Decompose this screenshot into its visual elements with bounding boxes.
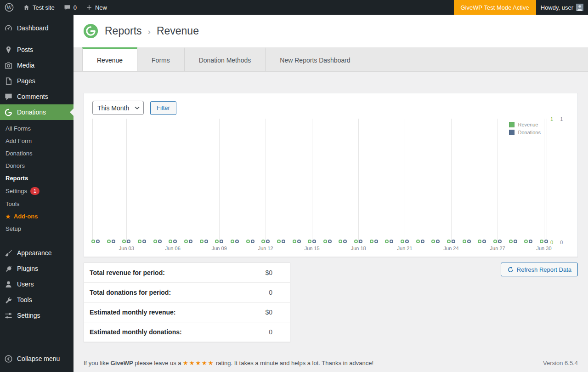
axis-min-labels: 0 0 [550,240,563,245]
wrench-icon [4,295,13,304]
donations-data-point [112,240,115,243]
sidebar-item-plugins[interactable]: Plugins [0,261,74,276]
chart-x-tick-label: Jun 24 [444,246,459,251]
sidebar-item-label: Tools [17,296,32,303]
sidebar-item-label: Dashboard [17,24,49,32]
revenue-axis-min: 0 [550,240,553,245]
revenue-data-point [370,240,373,243]
refresh-icon [507,266,514,273]
donations-data-point [405,240,409,243]
sliders-icon [4,311,13,320]
submenu-label: Donors [6,162,25,169]
tab-forms[interactable]: Forms [137,47,185,71]
revenue-data-point [323,240,327,243]
donations-data-point [173,240,177,243]
submenu-item-donations[interactable]: Donations [0,147,74,160]
menu-separator [0,239,74,245]
revenue-data-point [339,240,342,243]
star-icon: ★ [6,214,11,219]
submenu-item-all-forms[interactable]: All Forms [0,122,74,135]
table-row: Total revenue for period: $0 [84,263,290,283]
rating-stars-link[interactable]: ★★★★★ [183,360,214,366]
revenue-data-point [91,240,95,243]
sidebar-item-settings[interactable]: Settings [0,308,74,323]
submenu-item-reports[interactable]: Reports [0,172,74,184]
new-content-menu[interactable]: New [81,0,112,15]
donations-data-point [235,240,239,243]
revenue-data-point [107,240,111,243]
submenu-label: Settings [6,188,27,195]
legend-label: Donations [518,130,541,135]
chart-plot-area[interactable]: RevenueDonations [92,119,547,243]
givewp-test-mode-badge[interactable]: GiveWP Test Mode Active [454,0,536,15]
sidebar-item-posts[interactable]: Posts [0,42,74,57]
chart-gridline [312,119,312,243]
wordpress-admin-screen: W Test site 0 New [0,0,588,372]
period-select[interactable]: This Month [92,101,144,115]
tab-donation-methods[interactable]: Donation Methods [185,47,266,71]
sidebar-item-dashboard[interactable]: Dashboard [0,20,74,36]
submenu-item-settings[interactable]: Settings 1 [0,184,74,198]
chart-data-point-pair [524,240,532,243]
revenue-data-point [153,240,157,243]
main-content: Reports › Revenue Revenue Forms Donation… [74,15,588,372]
submenu-item-setup[interactable]: Setup [0,223,74,235]
submenu-item-tools[interactable]: Tools [0,198,74,210]
collapse-menu-button[interactable]: Collapse menu [0,351,74,366]
legend-item-revenue[interactable]: Revenue [509,122,541,127]
comments-menu[interactable]: 0 [59,0,81,15]
page-icon [4,76,13,86]
footer-brand: GiveWP [111,360,133,366]
submenu-label: Add-ons [14,213,38,220]
sidebar-item-pages[interactable]: Pages [0,73,74,89]
howdy-label: Howdy, user [541,4,573,11]
legend-item-donations[interactable]: Donations [509,130,541,135]
donations-data-point [529,240,532,243]
sidebar-item-tools[interactable]: Tools [0,292,74,308]
sidebar-item-appearance[interactable]: Appearance [0,245,74,261]
site-name-menu[interactable]: Test site [18,0,59,15]
tab-revenue[interactable]: Revenue [82,47,137,71]
table-row: Estimated monthly donations: 0 [84,322,290,342]
refresh-report-data-button[interactable]: Refresh Report Data [501,263,578,276]
tab-new-reports-dashboard[interactable]: New Reports Dashboard [266,47,365,71]
revenue-data-point [122,240,126,243]
sidebar-item-comments[interactable]: Comments [0,89,74,104]
revenue-data-point [540,240,543,243]
givewp-logo [83,23,98,39]
donations-data-point [343,240,347,243]
sidebar-item-media[interactable]: Media [0,57,74,73]
svg-text:W: W [6,5,12,11]
sidebar-item-label: Comments [17,93,48,100]
donations-data-point [514,240,517,243]
revenue-data-point [138,240,141,243]
filter-button[interactable]: Filter [150,101,176,115]
wp-logo-menu[interactable]: W [0,0,18,15]
home-icon [23,4,30,11]
sidebar-item-donations[interactable]: Donations [0,104,74,120]
breadcrumb-separator: › [148,26,151,37]
avatar [576,4,583,11]
sidebar-item-users[interactable]: Users [0,276,74,292]
submenu-item-donors[interactable]: Donors [0,160,74,172]
revenue-data-point [354,240,358,243]
donations-data-point [96,240,100,243]
revenue-data-point [463,240,466,243]
sidebar-item-label: Media [17,62,34,69]
summary-value: 0 [269,328,272,336]
my-account-menu[interactable]: Howdy, user [536,0,588,15]
donations-data-point [142,240,146,243]
plus-icon [86,4,92,11]
legend-label: Revenue [518,122,538,127]
chart-data-point-pair [215,240,223,243]
submenu-item-addons[interactable]: ★ Add-ons [0,210,74,223]
page-title: Revenue [157,25,199,37]
revenue-data-point [246,240,250,243]
donations-data-point [328,240,332,243]
admin-bar: W Test site 0 New [0,0,588,15]
sidebar-item-label: Users [17,280,34,288]
chart-data-point-pair [354,240,362,243]
submenu-item-add-form[interactable]: Add Form [0,135,74,147]
donations-data-point [266,240,270,243]
chart-legend: RevenueDonations [509,122,541,137]
